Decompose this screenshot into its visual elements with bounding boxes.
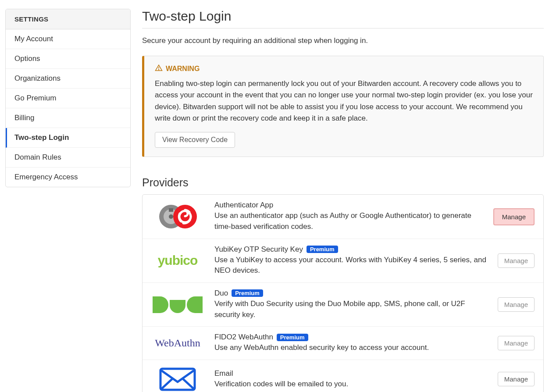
provider-title-text: FIDO2 WebAuthn (214, 333, 273, 342)
page-subtitle: Secure your account by requiring an addi… (142, 36, 544, 45)
sidebar-item-billing[interactable]: Billing (6, 108, 130, 128)
settings-sidebar: SETTINGS My AccountOptionsOrganizationsG… (5, 9, 131, 392)
sidebar-item-two-step-login[interactable]: Two-step Login (6, 128, 130, 148)
provider-title-text: Email (214, 369, 233, 378)
provider-row-authenticator: Authenticator AppUse an authenticator ap… (143, 195, 543, 239)
warning-icon (155, 64, 163, 74)
settings-layout: SETTINGS My AccountOptionsOrganizationsG… (0, 0, 549, 392)
provider-description: Verification codes will be emailed to yo… (214, 379, 487, 390)
sidebar-item-label: My Account (14, 35, 53, 43)
sidebar-item-label: Go Premium (14, 94, 56, 102)
sidebar-item-go-premium[interactable]: Go Premium (6, 89, 130, 108)
provider-row-duo: DuoPremiumVerify with Duo Security using… (143, 283, 543, 327)
yubikey-icon: yubico (151, 253, 204, 268)
sidebar-item-options[interactable]: Options (6, 49, 130, 69)
sidebar-item-label: Domain Rules (14, 153, 61, 161)
svg-point-4 (169, 214, 173, 219)
page-title: Two-step Login (142, 9, 544, 29)
duo-icon (151, 296, 204, 313)
svg-rect-5 (169, 208, 173, 212)
provider-body: YubiKey OTP Security KeyPremiumUse a Yub… (214, 245, 487, 276)
provider-title-text: YubiKey OTP Security Key (214, 245, 303, 254)
premium-badge: Premium (307, 246, 338, 253)
sidebar-list: SETTINGS My AccountOptionsOrganizationsG… (5, 9, 131, 187)
manage-button-duo[interactable]: Manage (498, 297, 535, 312)
warning-heading: WARNING (155, 64, 533, 74)
provider-description: Verify with Duo Security using the Duo M… (214, 299, 487, 320)
premium-badge: Premium (232, 289, 263, 297)
manage-button-yubikey[interactable]: Manage (498, 253, 535, 268)
provider-title: DuoPremium (214, 289, 487, 298)
webauthn-icon: WebAuthn (151, 337, 204, 349)
provider-title-text: Authenticator App (214, 201, 273, 210)
provider-body: FIDO2 WebAuthnPremiumUse any WebAuthn en… (214, 333, 487, 353)
provider-row-yubikey: yubicoYubiKey OTP Security KeyPremiumUse… (143, 239, 543, 283)
sidebar-item-label: Emergency Access (14, 173, 78, 181)
svg-rect-7 (160, 369, 195, 390)
main-content: Two-step Login Secure your account by re… (142, 9, 544, 392)
warning-body: Enabling two-step login can permanently … (155, 78, 533, 124)
provider-title: YubiKey OTP Security KeyPremium (214, 245, 487, 254)
sidebar-item-label: Options (14, 54, 40, 63)
authenticator-icon (151, 203, 204, 230)
provider-body: DuoPremiumVerify with Duo Security using… (214, 289, 487, 320)
svg-point-1 (158, 69, 159, 70)
provider-title-text: Duo (214, 289, 228, 298)
sidebar-item-emergency-access[interactable]: Emergency Access (6, 167, 130, 187)
provider-body: Authenticator AppUse an authenticator ap… (214, 201, 483, 232)
provider-row-webauthn: WebAuthnFIDO2 WebAuthnPremiumUse any Web… (143, 327, 543, 360)
manage-button-webauthn[interactable]: Manage (498, 336, 535, 350)
email-icon (151, 366, 204, 392)
sidebar-item-my-account[interactable]: My Account (6, 29, 130, 49)
provider-title: Email (214, 369, 487, 378)
sidebar-item-label: Two-step Login (14, 133, 69, 142)
sidebar-item-organizations[interactable]: Organizations (6, 69, 130, 89)
providers-heading: Providers (142, 176, 544, 189)
sidebar-item-domain-rules[interactable]: Domain Rules (6, 148, 130, 167)
provider-description: Use a YubiKey to access your account. Wo… (214, 255, 487, 276)
view-recovery-code-button[interactable]: View Recovery Code (155, 132, 235, 148)
sidebar-item-label: Organizations (14, 74, 61, 82)
premium-badge: Premium (277, 334, 308, 341)
manage-button-email[interactable]: Manage (498, 372, 535, 386)
warning-callout: WARNING Enabling two-step login can perm… (142, 56, 544, 157)
provider-title: Authenticator App (214, 201, 483, 210)
provider-row-email: EmailVerification codes will be emailed … (143, 360, 543, 392)
providers-list: Authenticator AppUse an authenticator ap… (142, 194, 544, 392)
provider-description: Use any WebAuthn enabled security key to… (214, 342, 487, 353)
provider-title: FIDO2 WebAuthnPremium (214, 333, 487, 342)
warning-heading-text: WARNING (166, 65, 200, 73)
manage-button-authenticator[interactable]: Manage (493, 208, 535, 225)
sidebar-header: SETTINGS (6, 9, 130, 29)
sidebar-item-label: Billing (14, 114, 34, 122)
provider-body: EmailVerification codes will be emailed … (214, 369, 487, 390)
provider-description: Use an authenticator app (such as Authy … (214, 210, 483, 232)
